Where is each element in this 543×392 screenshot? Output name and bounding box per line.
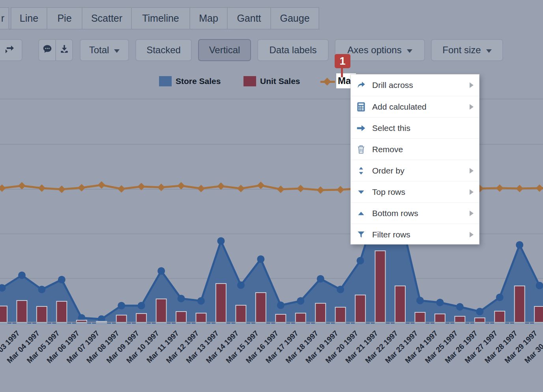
triangle-down-icon	[356, 187, 366, 197]
submenu-arrow-icon	[470, 211, 474, 216]
chart-workspace: Mar 03 1997Mar 04 1997Mar 05 1997Mar 06 …	[0, 0, 543, 392]
menu-item-label: Bottom rows	[372, 209, 470, 218]
tab-pie[interactable]: Pie	[47, 7, 82, 30]
submenu-arrow-icon	[470, 104, 474, 110]
filter-icon	[356, 230, 366, 240]
menu-item-select-this[interactable]: Select this	[351, 117, 479, 138]
arrow-right-icon	[356, 123, 366, 133]
menu-item-label: Drill across	[372, 80, 470, 90]
legend-item-unit-sales[interactable]: Unit Sales	[260, 77, 300, 86]
menu-item-bottom-rows[interactable]: Bottom rows	[351, 202, 479, 224]
legend-item-store-sales[interactable]: Store Sales	[176, 77, 221, 86]
tab-scatter[interactable]: Scatter	[82, 7, 132, 30]
triangle-up-icon	[356, 208, 366, 218]
tab-gauge[interactable]: Gauge	[270, 7, 319, 30]
submenu-arrow-icon	[470, 168, 474, 174]
refresh-icon	[4, 44, 15, 56]
vertical-button[interactable]: Vertical	[198, 39, 251, 61]
menu-item-order-by[interactable]: Order by	[351, 160, 479, 181]
menu-item-top-rows[interactable]: Top rows	[351, 181, 479, 202]
tab-timeline[interactable]: Timeline	[131, 7, 190, 30]
tab-gantt[interactable]: Gantt	[227, 7, 271, 30]
chevron-down-icon	[486, 49, 492, 53]
data-labels-button-label: Data labels	[269, 45, 316, 56]
comment-icon	[42, 44, 52, 56]
menu-item-label: Add calculated	[372, 102, 470, 112]
menu-item-remove[interactable]: Remove	[351, 138, 479, 160]
submenu-arrow-icon	[470, 232, 474, 237]
menu-item-add-calculated[interactable]: Add calculated	[351, 96, 479, 117]
submenu-arrow-icon	[470, 82, 474, 88]
download-icon	[59, 44, 69, 56]
data-labels-button[interactable]: Data labels	[257, 39, 329, 61]
drill-across-icon	[356, 80, 366, 90]
annotation-badge: 1	[335, 54, 350, 68]
menu-item-drill-across[interactable]: Drill across	[351, 75, 479, 96]
stacked-button[interactable]: Stacked	[135, 39, 192, 61]
legend-swatch-unit-sales	[243, 76, 256, 86]
legend-swatch-store-sales	[159, 76, 172, 86]
vertical-button-label: Vertical	[209, 45, 240, 56]
axes-options-button-label: Axes options	[347, 45, 401, 56]
partial-refresh-button[interactable]	[0, 39, 22, 61]
menu-item-filter-rows[interactable]: Filter rows	[351, 224, 479, 245]
total-button[interactable]: Total	[80, 39, 129, 61]
trash-icon	[356, 144, 366, 155]
total-button-label: Total	[89, 45, 109, 56]
comment-button[interactable]	[39, 40, 55, 60]
chevron-down-icon	[114, 49, 120, 53]
menu-item-label: Remove	[372, 145, 474, 154]
toolbar-icon-group	[38, 39, 73, 61]
context-menu: Drill across Add calculated	[350, 74, 479, 245]
badge-pointer-stem	[341, 68, 343, 77]
tab-line[interactable]: Line	[11, 7, 47, 30]
download-button[interactable]	[55, 40, 72, 60]
chevron-down-icon	[407, 49, 412, 53]
font-size-button[interactable]: Font size	[431, 39, 503, 61]
tab-map[interactable]: Map	[189, 7, 228, 30]
menu-item-label: Filter rows	[372, 230, 470, 239]
menu-item-label: Order by	[372, 166, 470, 175]
tab-partial-bar[interactable]: r	[0, 7, 9, 30]
menu-item-label: Top rows	[372, 187, 470, 197]
sort-icon	[356, 166, 366, 176]
chart-type-tabs: Line Pie Scatter Timeline Map Gantt Gaug…	[11, 7, 319, 30]
calculator-icon	[356, 102, 366, 112]
submenu-arrow-icon	[470, 189, 474, 195]
font-size-button-label: Font size	[442, 45, 481, 56]
menu-item-label: Select this	[372, 123, 474, 133]
stacked-button-label: Stacked	[146, 45, 181, 56]
